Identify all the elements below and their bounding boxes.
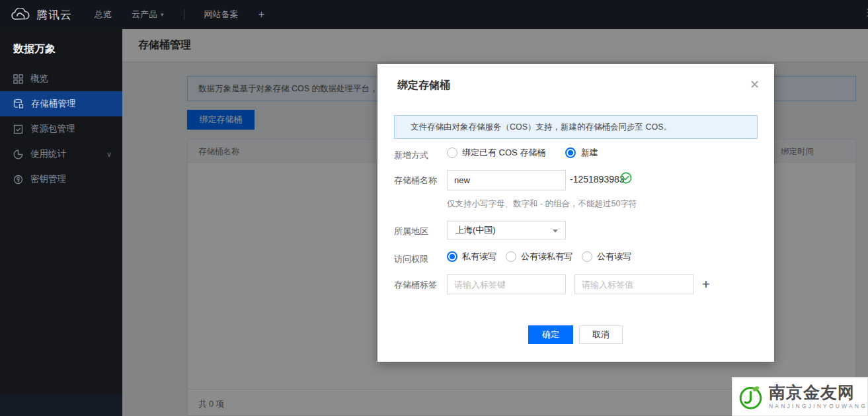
package-icon xyxy=(13,124,23,134)
sidebar-item-usage-stats[interactable]: 使用统计 ∨ xyxy=(0,142,122,167)
add-tag-button[interactable]: + xyxy=(702,278,710,291)
sidebar-item-label: 资源包管理 xyxy=(30,123,75,135)
sidebar-item-resource-pack[interactable]: 资源包管理 xyxy=(0,116,122,142)
nav-cloud-products[interactable]: 云产品 ▾ xyxy=(132,9,164,21)
bucket-name-help-text: 仅支持小写字母、数字和 - 的组合，不能超过50字符 xyxy=(447,198,637,210)
watermark-title: 南京金友网 xyxy=(769,384,867,402)
chevron-down-icon: ▾ xyxy=(161,11,164,18)
bucket-name-input[interactable] xyxy=(447,170,566,190)
confirm-button[interactable]: 确定 xyxy=(528,325,573,344)
region-select-value: 上海(中国) xyxy=(455,224,496,236)
sidebar: 数据万象 概览 存储桶管理 资源包管理 xyxy=(0,29,122,416)
watermark-logo-icon xyxy=(738,382,764,411)
bind-bucket-dialog: 绑定存储桶 ✕ 文件存储由对象存储服务（COS）支持，新建的存储桶会同步至 CO… xyxy=(377,64,774,362)
sidebar-item-label: 使用统计 xyxy=(30,148,66,160)
nav-divider xyxy=(184,9,184,20)
key-icon xyxy=(13,175,23,185)
product-title: 数据万象 xyxy=(0,29,122,66)
pie-chart-icon xyxy=(13,149,23,159)
nav-icp-filing[interactable]: 网站备案 xyxy=(204,9,239,21)
sidebar-item-overview[interactable]: 概览 xyxy=(0,66,122,91)
sidebar-item-label: 存储桶管理 xyxy=(31,98,76,110)
radio-unselected-icon[interactable] xyxy=(506,251,516,262)
radio-unselected-icon[interactable] xyxy=(582,251,592,262)
tag-value-input[interactable] xyxy=(574,274,693,294)
nav-overview-label: 总览 xyxy=(95,9,112,21)
dialog-title: 绑定存储桶 xyxy=(397,79,450,93)
radio-label: 私有读写 xyxy=(462,251,496,263)
cancel-button[interactable]: 取消 xyxy=(579,325,623,344)
nav-overview[interactable]: 总览 xyxy=(95,9,112,21)
tencent-cloud-logo-icon xyxy=(11,8,30,22)
top-navigation: 总览 云产品 ▾ 网站备案 + xyxy=(95,8,264,21)
sidebar-collapse-bar[interactable] xyxy=(0,395,122,416)
tag-input-row: + xyxy=(447,274,710,294)
field-label-region: 所属地区 xyxy=(394,226,428,237)
field-label-access: 访问权限 xyxy=(394,253,428,265)
sidebar-item-label: 概览 xyxy=(30,73,48,85)
chevron-down-icon: ∨ xyxy=(106,150,112,159)
sidebar-item-bucket-management[interactable]: 存储桶管理 xyxy=(0,91,122,116)
region-select[interactable]: 上海(中国) xyxy=(447,221,566,239)
bucket-icon xyxy=(13,99,24,109)
field-label-method: 新增方式 xyxy=(394,149,428,161)
radio-unselected-icon[interactable] xyxy=(447,147,457,158)
valid-check-icon xyxy=(620,172,632,184)
brand-home-link[interactable]: 腾讯云 xyxy=(0,7,95,22)
radio-option-public-read-private-write[interactable]: 公有读私有写 xyxy=(506,251,572,263)
access-radio-group: 私有读写 公有读私有写 公有读写 xyxy=(447,251,631,263)
site-watermark: 南京金友网 NANJINGJINYOUWANG xyxy=(732,377,868,416)
brand-name: 腾讯云 xyxy=(36,7,72,22)
radio-label: 公有读私有写 xyxy=(521,251,572,263)
radio-option-bind-existing[interactable]: 绑定已有 COS 存储桶 xyxy=(447,147,545,159)
radio-selected-icon[interactable] xyxy=(565,147,576,158)
radio-label: 绑定已有 COS 存储桶 xyxy=(462,147,545,159)
nav-cloud-products-label: 云产品 xyxy=(132,9,157,21)
field-label-bucket-name: 存储桶名称 xyxy=(394,175,437,187)
appid-suffix: -1251893983 xyxy=(570,174,625,185)
cos-info-alert: 文件存储由对象存储服务（COS）支持，新建的存储桶会同步至 COS。 xyxy=(394,115,758,139)
radio-option-create-new[interactable]: 新建 xyxy=(565,147,598,159)
add-nav-tab-button[interactable]: + xyxy=(258,8,265,21)
watermark-texts: 南京金友网 NANJINGJINYOUWANG xyxy=(769,384,867,410)
radio-label: 新建 xyxy=(580,147,598,159)
app-window: 腾讯云 总览 云产品 ▾ 网站备案 + ⋮ 数据万象 xyxy=(0,0,868,416)
topbar: 腾讯云 总览 云产品 ▾ 网站备案 + ⋮ xyxy=(0,0,868,29)
method-radio-group: 绑定已有 COS 存储桶 新建 xyxy=(447,147,598,159)
sidebar-item-key-management[interactable]: 密钥管理 xyxy=(0,167,122,192)
nav-icp-filing-label: 网站备案 xyxy=(204,9,239,21)
radio-option-public-read-write[interactable]: 公有读写 xyxy=(582,251,631,263)
partial-account-icon[interactable]: ⋮ xyxy=(863,7,868,20)
field-label-tags: 存储桶标签 xyxy=(394,279,437,291)
cos-info-alert-text: 文件存储由对象存储服务（COS）支持，新建的存储桶会同步至 COS。 xyxy=(411,122,672,133)
radio-selected-icon[interactable] xyxy=(447,251,457,262)
radio-label: 公有读写 xyxy=(597,251,631,263)
tag-key-input[interactable] xyxy=(447,274,566,294)
grid-icon xyxy=(13,74,23,84)
close-icon[interactable]: ✕ xyxy=(750,79,760,91)
radio-option-private[interactable]: 私有读写 xyxy=(447,251,496,263)
sidebar-item-label: 密钥管理 xyxy=(30,173,66,185)
watermark-subtitle: NANJINGJINYOUWANG xyxy=(769,403,867,409)
